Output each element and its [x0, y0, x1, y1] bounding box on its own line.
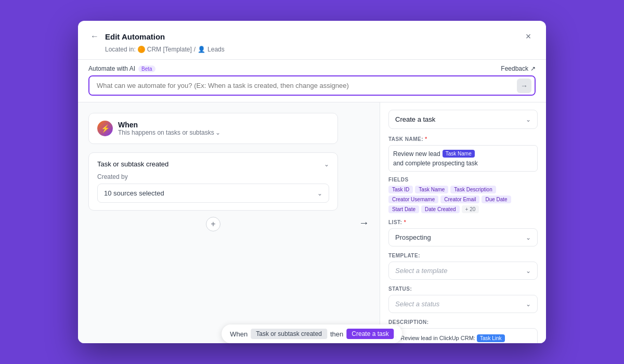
left-panel: ⚡ When This happens on tasks or subtasks…: [78, 102, 348, 343]
task-name-section-label: TASK NAME: *: [388, 136, 538, 142]
task-name-chip: Task Name: [443, 150, 475, 158]
when-icon: ⚡: [97, 121, 113, 136]
modal-subtitle: Located in: 🔶 CRM [Template] / 👤 Leads: [105, 46, 536, 53]
modal-body: ⚡ When This happens on tasks or subtasks…: [78, 102, 546, 343]
chevron-down-icon: ⌄: [526, 267, 531, 275]
task-name-suffix: and complete prospecting task: [393, 160, 478, 167]
ai-bar-section: Automate with AI Beta Feedback ↗ →: [78, 60, 546, 102]
when-label: When: [230, 330, 248, 338]
when-card: ⚡ When This happens on tasks or subtasks…: [88, 113, 338, 144]
located-in-label: Located in:: [105, 46, 136, 53]
fields-chips: Task ID Task Name Task Description Creat…: [388, 186, 538, 213]
feedback-link[interactable]: Feedback ↗: [501, 65, 536, 72]
edit-automation-modal: ← Edit Automation × Located in: 🔶 CRM [T…: [78, 21, 546, 343]
modal-title: Edit Automation: [105, 32, 165, 41]
modal-header: ← Edit Automation × Located in: 🔶 CRM [T…: [78, 21, 546, 60]
status-placeholder: Select a status: [395, 300, 439, 308]
field-chip-taskname[interactable]: Task Name: [415, 186, 448, 193]
when-content: When This happens on tasks or subtasks ⌄: [118, 121, 220, 136]
field-chip-startdate[interactable]: Start Date: [388, 205, 419, 213]
description-field[interactable]: 1. Review lead in ClickUp CRM: Task Link…: [388, 328, 538, 343]
back-button[interactable]: ←: [88, 30, 101, 43]
right-panel: Create a task ⌄ TASK NAME: * Review new …: [380, 102, 546, 343]
action-label: Create a task: [395, 115, 435, 123]
ai-label: Automate with AI Beta: [88, 65, 155, 72]
trigger-label: Task or subtask created: [97, 160, 168, 168]
required-indicator: *: [425, 136, 427, 142]
add-trigger-button[interactable]: +: [206, 217, 220, 231]
plus-icon: +: [211, 219, 215, 229]
feedback-label: Feedback: [501, 65, 528, 72]
leads-label: Leads: [207, 46, 225, 53]
trigger-chip: Task or subtask created: [251, 329, 327, 339]
fields-section: FIELDS Task ID Task Name Task Descriptio…: [388, 177, 538, 213]
crm-name: CRM [Template]: [147, 46, 192, 53]
field-chip-datecreated[interactable]: Date Created: [421, 205, 459, 213]
template-placeholder: Select a template: [395, 267, 447, 275]
crm-icon: 🔶: [138, 46, 145, 53]
description-prefix: 1. Review lead in ClickUp CRM:: [394, 335, 477, 341]
field-chip-duedate[interactable]: Due Date: [482, 196, 511, 203]
arrow-right-icon: →: [359, 217, 369, 229]
arrow-connector-area: →: [348, 102, 380, 343]
trigger-dropdown[interactable]: Task or subtask created ⌄: [97, 160, 329, 168]
field-chip-taskid[interactable]: Task ID: [388, 186, 413, 193]
chevron-down-icon: ⌄: [526, 116, 531, 123]
leads-icon: 👤: [198, 46, 205, 53]
list-section-label: LIST: *: [388, 219, 538, 225]
field-chip-creatorusername[interactable]: Creator Username: [388, 196, 438, 203]
ai-input[interactable]: [89, 76, 535, 95]
add-btn-row: +: [88, 217, 338, 231]
chevron-down-icon: ⌄: [324, 161, 329, 168]
when-title: When: [118, 121, 220, 129]
field-chip-taskdesc[interactable]: Task Description: [450, 186, 496, 193]
ai-input-container: →: [88, 75, 536, 96]
automate-with-ai-text: Automate with AI: [88, 65, 135, 72]
required-indicator-list: *: [404, 219, 406, 225]
list-value: Prospecting: [395, 233, 431, 241]
description-section-label: DESCRIPTION:: [388, 319, 538, 325]
template-dropdown[interactable]: Select a template ⌄: [388, 262, 538, 280]
trigger-card: Task or subtask created ⌄ Created by 10 …: [88, 152, 338, 211]
bottom-bar: When Task or subtask created then Create…: [222, 324, 402, 343]
chevron-down-icon: ⌄: [317, 190, 322, 197]
chevron-down-icon: ⌄: [526, 234, 531, 241]
sources-value: 10 sources selected: [104, 189, 164, 197]
field-chip-creatoremail[interactable]: Creator Email: [440, 196, 479, 203]
external-link-icon: ↗: [530, 65, 536, 72]
submit-icon: →: [521, 82, 528, 90]
when-subtitle[interactable]: This happens on tasks or subtasks ⌄: [118, 129, 220, 136]
created-by-label: Created by: [97, 173, 329, 180]
field-chip-more[interactable]: + 20: [462, 205, 479, 213]
fields-label: FIELDS: [388, 177, 538, 183]
sources-dropdown[interactable]: 10 sources selected ⌄: [97, 184, 329, 203]
status-section-label: STATUS:: [388, 286, 538, 292]
task-name-prefix: Review new lead: [393, 150, 440, 158]
list-dropdown[interactable]: Prospecting ⌄: [388, 228, 538, 246]
action-chip: Create a task: [346, 329, 394, 339]
ai-submit-button[interactable]: →: [517, 79, 531, 93]
then-label: then: [330, 330, 343, 338]
action-select-dropdown[interactable]: Create a task ⌄: [388, 110, 538, 129]
template-section-label: TEMPLATE:: [388, 253, 538, 258]
chevron-down-icon: ⌄: [526, 301, 531, 308]
close-button[interactable]: ×: [521, 29, 536, 44]
task-link-chip: Task Link: [477, 334, 505, 342]
task-name-field[interactable]: Review new lead Task Name and complete p…: [388, 145, 538, 172]
chevron-down-icon: ⌄: [215, 129, 220, 136]
beta-badge: Beta: [138, 66, 155, 72]
status-dropdown[interactable]: Select a status ⌄: [388, 295, 538, 313]
